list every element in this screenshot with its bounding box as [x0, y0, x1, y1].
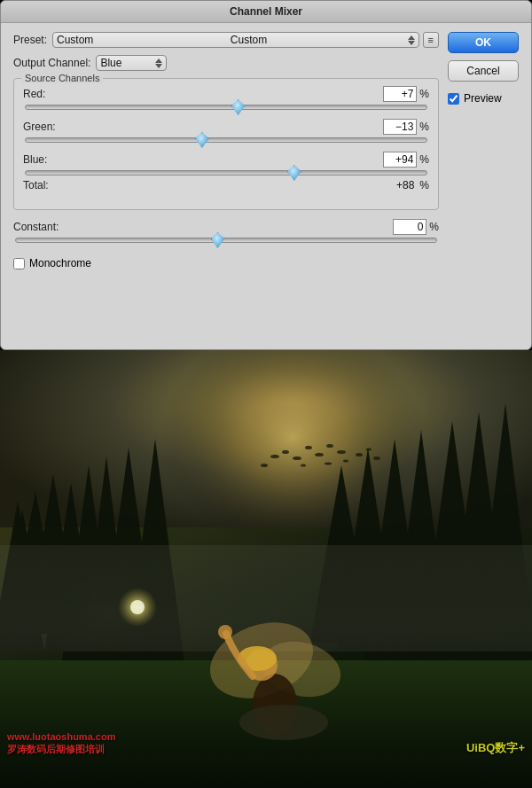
green-pct: %	[419, 121, 429, 133]
constant-slider-track[interactable]	[15, 238, 437, 243]
constant-thumb-shape	[211, 232, 225, 248]
constant-row-top: Constant: %	[13, 219, 439, 235]
preset-arrow-down-icon[interactable]	[408, 41, 415, 45]
red-value-input[interactable]	[383, 86, 417, 102]
source-channels-legend: Source Channels	[21, 73, 103, 83]
monochrome-row: Monochrome	[13, 252, 439, 273]
total-row: Total: +88 %	[23, 179, 429, 191]
total-pct: %	[419, 179, 429, 191]
constant-pct: %	[429, 221, 439, 233]
preset-arrow-up-icon[interactable]	[408, 35, 415, 40]
preset-row: Preset: Custom Custom ≡	[13, 32, 439, 48]
preset-select-value: Custom	[231, 34, 404, 46]
blue-slider-thumb[interactable]	[287, 165, 301, 181]
cancel-button[interactable]: Cancel	[448, 60, 519, 82]
blue-row-top: Blue: %	[23, 152, 429, 168]
blue-slider-row: Blue: %	[23, 152, 429, 176]
svg-point-14	[366, 449, 372, 451]
green-label: Green:	[23, 121, 66, 133]
green-slider-row: Green: %	[23, 119, 429, 143]
svg-point-7	[326, 444, 333, 448]
svg-point-9	[261, 464, 268, 467]
preset-arrows[interactable]	[408, 35, 415, 45]
preset-label: Preset:	[13, 34, 47, 46]
red-label: Red:	[23, 88, 66, 100]
green-value-input[interactable]	[383, 119, 417, 135]
green-slider-thumb[interactable]	[195, 132, 209, 148]
red-slider-track[interactable]	[25, 105, 427, 110]
red-slider-thumb[interactable]	[231, 99, 246, 115]
green-thumb-shape	[195, 132, 209, 148]
preset-list-button[interactable]: ≡	[423, 32, 439, 48]
output-channel-arrow-up-icon[interactable]	[155, 59, 162, 63]
svg-point-49	[130, 600, 145, 614]
constant-section: Constant: %	[13, 219, 439, 243]
scene-svg	[0, 350, 532, 788]
preset-select-wrap[interactable]: Custom Custom	[52, 32, 419, 48]
source-channels-box: Source Channels Red: %	[13, 78, 439, 210]
blue-slider-track[interactable]	[25, 170, 427, 176]
output-channel-row: Output Channel: Blue	[13, 55, 439, 71]
output-channel-arrows[interactable]	[155, 59, 162, 68]
blue-thumb-shape	[287, 165, 301, 181]
dialog-body: Preset: Custom Custom ≡ Output Channel:	[1, 23, 531, 282]
constant-slider-thumb[interactable]	[211, 232, 225, 248]
red-row-top: Red: %	[23, 86, 429, 102]
dialog-left-panel: Preset: Custom Custom ≡ Output Channel:	[13, 32, 439, 273]
watermark-text: 罗涛数码后期修图培训	[7, 743, 105, 756]
blue-pct: %	[419, 153, 429, 166]
svg-point-11	[325, 463, 332, 465]
preview-label: Preview	[464, 92, 502, 105]
svg-point-12	[343, 460, 348, 463]
ok-button[interactable]: OK	[448, 32, 519, 53]
background-scene: www.luotaoshuma.com 罗涛数码后期修图培训 UiBQ数字+	[0, 350, 532, 788]
constant-value-input[interactable]	[393, 219, 426, 235]
svg-point-47	[239, 705, 328, 740]
dialog-titlebar: Channel Mixer	[1, 1, 531, 23]
green-slider-track[interactable]	[25, 137, 427, 143]
dialog-right-panel: OK Cancel Preview	[448, 32, 519, 273]
preset-select[interactable]: Custom	[57, 34, 231, 46]
total-value: +88	[383, 179, 417, 191]
watermark-url: www.luotaoshuma.com	[7, 731, 115, 742]
total-label: Total:	[23, 179, 66, 191]
red-pct: %	[419, 88, 429, 100]
svg-point-8	[337, 450, 346, 454]
blue-value-input[interactable]	[383, 152, 417, 168]
output-channel-select-wrap[interactable]: Blue	[96, 55, 167, 71]
svg-point-15	[373, 456, 380, 460]
output-channel-arrow-down-icon[interactable]	[155, 64, 162, 68]
watermark-right: UiBQ数字+	[466, 740, 525, 756]
preview-row: Preview	[448, 92, 519, 105]
monochrome-checkbox[interactable]	[13, 258, 25, 269]
output-channel-label: Output Channel:	[13, 57, 90, 69]
red-thumb-shape	[231, 99, 246, 115]
blue-label: Blue:	[23, 153, 66, 166]
svg-point-10	[301, 464, 306, 467]
output-channel-value: Blue	[100, 57, 152, 69]
green-row-top: Green: %	[23, 119, 429, 135]
preview-checkbox[interactable]	[448, 93, 459, 105]
svg-point-13	[356, 453, 363, 456]
red-slider-row: Red: %	[23, 86, 429, 110]
channel-mixer-dialog: Channel Mixer Preset: Custom Custom ≡	[0, 0, 532, 350]
monochrome-label: Monochrome	[29, 257, 91, 269]
dialog-title: Channel Mixer	[230, 5, 302, 18]
constant-label: Constant:	[13, 221, 75, 233]
svg-point-46	[218, 625, 232, 639]
